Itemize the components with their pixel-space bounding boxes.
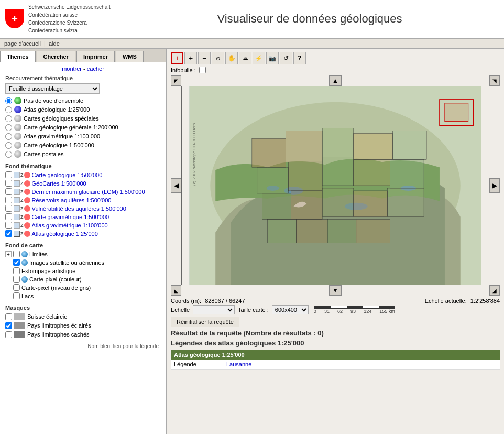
ft-geocartes-link[interactable]: GéoCartes 1:500'000	[32, 180, 86, 187]
tool-zoom-in-btn[interactable]: +	[184, 52, 197, 64]
fc-carte-pixel-gris: Carte-pixel (niveau de gris)	[5, 284, 161, 291]
tool-print-btn[interactable]: 📷	[266, 52, 279, 64]
nav-right-btn[interactable]: ▶	[489, 178, 500, 193]
ft-icon8a	[14, 231, 20, 237]
fc-images-sat: Images satellite ou aériennes	[5, 259, 161, 266]
fc-images-sat-cb[interactable]	[13, 259, 20, 266]
legend-lausanne-link[interactable]: Lausanne	[226, 361, 251, 367]
svg-rect-14	[322, 157, 354, 186]
mask-icon-pays-eclaires	[14, 322, 25, 329]
legend-table-header: Atlas géologique 1:25'000	[171, 350, 500, 360]
fc-carte-pixel-couleur-cb[interactable]	[13, 276, 20, 283]
ft-carte-geo-500-link[interactable]: Carte géologique 1:500'000	[32, 172, 103, 178]
nav-bottomleft-btn[interactable]: ◣	[171, 285, 181, 296]
nav-page-accueil[interactable]: page d'accueil	[4, 40, 41, 47]
fc-estompage-cb[interactable]	[13, 267, 20, 274]
ft-vulnerabilite-cb[interactable]	[5, 205, 12, 212]
radio-atlas-25: Atlas géologique 1:25'000	[5, 106, 161, 113]
cacher-link[interactable]: cacher	[87, 66, 104, 72]
nav-aide[interactable]: aide	[49, 40, 60, 47]
map-inner[interactable]: (c) 2007 swisstopo CH-3000 Bern	[181, 86, 489, 285]
radio-pas-vue-input[interactable]	[5, 97, 12, 104]
tool-refresh-btn[interactable]: ↺	[280, 52, 292, 64]
mask-suisse-cb[interactable]	[5, 313, 12, 320]
section-fond-thematique-label: Fond thématique	[5, 163, 161, 169]
fc-images-sat-label: Images satellite ou aériennes	[29, 259, 104, 266]
km-label-0: 0	[314, 309, 316, 314]
montrer-link[interactable]: montrer	[62, 66, 82, 72]
ft-lgm-link[interactable]: Dernier maximum glaciaire (LGM) 1:500'00…	[32, 189, 145, 195]
ft-atlas-geo-25-cb[interactable]	[5, 230, 12, 237]
echelle-actuelle: Echelle actuelle: 1:2'258'884	[425, 298, 500, 304]
tab-wms[interactable]: WMS	[116, 51, 144, 62]
radio-atlas-gravi-input[interactable]	[5, 133, 12, 140]
svg-rect-17	[262, 193, 291, 220]
tab-chercher[interactable]: Chercher	[37, 51, 75, 62]
ft-reservoirs-cb[interactable]	[5, 197, 12, 203]
fc-lacs-cb[interactable]	[13, 292, 20, 299]
radio-atlas-25-input[interactable]	[5, 106, 12, 113]
mask-pays-caches-cb[interactable]	[5, 331, 12, 338]
taille-carte-label: Taille carte :	[238, 307, 269, 313]
ft-atlas-gravi-cb[interactable]	[5, 222, 12, 229]
tab-imprimer[interactable]: Imprimer	[76, 51, 115, 62]
ft-lgm-cb[interactable]	[5, 188, 12, 195]
reset-requete-btn[interactable]: Réinitialiser la requête	[171, 317, 239, 327]
mask-pays-eclaires-cb[interactable]	[5, 322, 12, 329]
fc-toggle-limites[interactable]: +	[5, 251, 12, 257]
requete-title: Résultat de la requête (Nombre de résult…	[171, 329, 500, 337]
fc-estompage: Estompage artistique	[5, 267, 161, 274]
nav-top-btn[interactable]: ▲	[329, 75, 342, 86]
radio-pas-vue: Pas de vue d'ensemble	[5, 97, 161, 104]
taille-carte-select[interactable]: 600x400	[272, 305, 309, 314]
radio-carte-geo-500-input[interactable]	[5, 142, 12, 149]
echelle-select[interactable]	[193, 305, 235, 314]
radio-atlas-25-label: Atlas géologique 1:25'000	[24, 106, 90, 113]
ft-carte-geo-500-cb[interactable]	[5, 171, 12, 178]
icon-gray-cartes-spec	[14, 115, 21, 122]
svg-rect-12	[257, 167, 289, 193]
ft-reservoirs-link[interactable]: Réservoirs aquifères 1:500'000	[32, 197, 112, 203]
radio-cartes-postales: Cartes postales	[5, 150, 161, 158]
ft-atlas-gravi-link[interactable]: Atlas gravimétrique 1:100'000	[32, 222, 108, 229]
radio-cartes-postales-input[interactable]	[5, 151, 12, 158]
tool-topo-btn[interactable]: ⛰	[239, 52, 251, 64]
tool-zoom-out-btn[interactable]: −	[198, 52, 211, 64]
tool-help-btn[interactable]: ?	[293, 52, 306, 64]
tab-themes[interactable]: Themes	[0, 51, 36, 62]
results-section: Résultat de la requête (Nombre de résult…	[171, 329, 500, 370]
nav-topleft-btn[interactable]: ◤	[171, 75, 181, 86]
radio-cartes-spec-input[interactable]	[5, 115, 12, 122]
fc-limites-label: Limites	[29, 251, 48, 257]
svg-rect-23	[296, 220, 327, 243]
tool-zoom-swiss-btn[interactable]: ⊙	[212, 52, 224, 64]
radio-carte-geo-500-label: Carte géologique 1:500'000	[24, 142, 94, 148]
radio-cartes-spec-label: Cartes géologiques spéciales	[24, 115, 99, 122]
tool-info-btn[interactable]: i	[171, 52, 183, 64]
tool-pan-btn[interactable]: ✋	[225, 52, 238, 64]
nav-topright-btn[interactable]: ◥	[489, 75, 500, 86]
svg-rect-7	[252, 138, 286, 167]
nav-left-btn[interactable]: ◀	[171, 178, 181, 193]
radio-carte-gen-input[interactable]	[5, 124, 12, 131]
feuille-select[interactable]: Feuille d'assemblage	[5, 83, 100, 94]
fc-icon-limites	[21, 251, 28, 257]
fc-limites-cb[interactable]	[13, 251, 20, 257]
ft-vulnerabilite-link[interactable]: Vulnérabilité des aquifères 1:500'000	[32, 205, 126, 212]
ft-atlas-geo-25-link[interactable]: Atlas géologique 1:25'000	[32, 231, 98, 237]
nav-bottom-btn[interactable]: ▼	[329, 285, 342, 296]
tool-measure-btn[interactable]: ⚡	[253, 52, 265, 64]
ft-carte-gravi-link[interactable]: Carte gravimétrique 1:500'000	[32, 214, 109, 220]
infobulle-checkbox[interactable]	[199, 67, 206, 73]
ft-icon1c	[24, 172, 30, 178]
swiss-shield-icon: +	[5, 9, 24, 28]
ft-carte-gravi-cb[interactable]	[5, 213, 12, 220]
fc-carte-pixel-gris-cb[interactable]	[13, 284, 20, 291]
echelle-label: Echelle	[171, 307, 190, 313]
legend-table: Atlas géologique 1:25'000 Légende Lausan…	[171, 350, 500, 370]
legend-col2: Lausanne	[223, 360, 500, 370]
legend-table-row: Légende Lausanne	[171, 360, 500, 370]
nav-bottomright-btn[interactable]: ◢	[489, 285, 500, 296]
mask-pays-eclaires-label: Pays limitrophes éclairés	[27, 322, 91, 329]
ft-geocartes-cb[interactable]	[5, 180, 12, 187]
